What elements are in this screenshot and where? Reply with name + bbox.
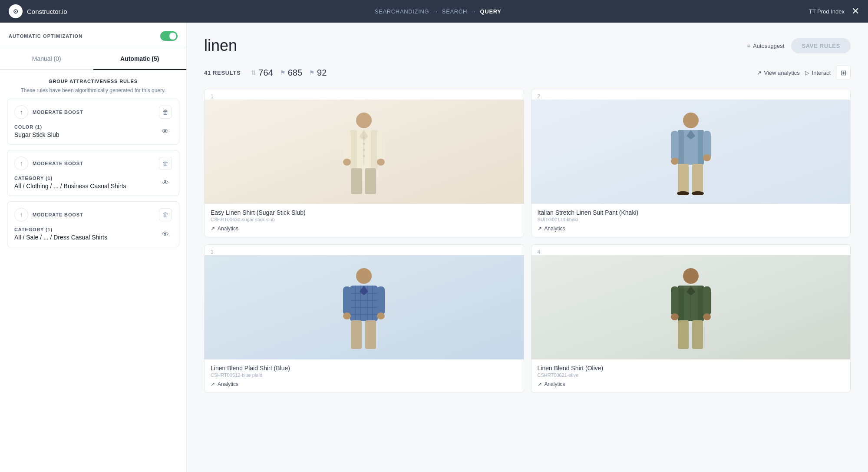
svg-point-55 — [703, 313, 711, 320]
product-sku-2: SUITG00174-khaki — [538, 217, 845, 222]
close-button[interactable]: ✕ — [851, 6, 859, 17]
results-bar: 41 RESULTS ⇅ 764 ⚑ 685 ⚑ 92 ↗ View a — [204, 65, 851, 80]
svg-point-16 — [683, 113, 699, 128]
svg-point-0 — [356, 113, 372, 128]
svg-rect-21 — [671, 131, 679, 160]
eye-button-3[interactable]: 👁 — [159, 228, 172, 241]
grid-view-button[interactable]: ⊞ — [836, 65, 851, 80]
product-num-1: 1 — [205, 89, 524, 100]
product-image-placeholder-4 — [531, 255, 851, 359]
rule-card-1-header: ↑ MODERATE BOOST 🗑 — [14, 105, 172, 119]
product-info-4: Linen Blend Shirt (Olive) CSHRT00621-oli… — [531, 359, 851, 392]
svg-rect-53 — [703, 286, 711, 316]
autosuggest-label: Autosuggest — [753, 43, 784, 49]
view-analytics-button[interactable]: ↗ View analytics — [757, 70, 800, 76]
delete-rule-3-button[interactable]: 🗑 — [159, 208, 172, 221]
svg-rect-25 — [678, 164, 689, 193]
rule-card-2: ↑ MODERATE BOOST 🗑 CATEGORY (1) All / Cl… — [7, 150, 179, 196]
svg-rect-52 — [671, 286, 679, 316]
rule-value-3: All / Sale / ... / Dress Casual Shirts — [14, 234, 107, 241]
product-analytics-button-2[interactable]: ↗ Analytics — [538, 226, 565, 232]
stat-orders: ⚑ 92 — [309, 68, 327, 78]
product-num-3: 3 — [205, 245, 524, 255]
save-rules-button[interactable]: SAVE RULES — [791, 38, 851, 53]
product-sku-4: CSHRT00621-olive — [538, 372, 845, 378]
rule-tag-2: CATEGORY (1) — [14, 176, 126, 181]
group-section-title: GROUP ATTRACTIVENESS RULES — [9, 79, 178, 84]
tab-automatic[interactable]: Automatic (5) — [93, 48, 187, 70]
product-name-4: Linen Blend Shirt (Olive) — [538, 365, 845, 372]
rule-value-2: All / Clothing / ... / Business Casual S… — [14, 183, 126, 189]
eye-button-1[interactable]: 👁 — [159, 125, 172, 138]
stat-impressions: ⇅ 764 — [251, 68, 273, 78]
product-name-3: Linen Blend Plaid Shirt (Blue) — [211, 365, 518, 372]
impressions-value: 764 — [258, 68, 273, 78]
svg-point-10 — [377, 159, 385, 166]
product-card-3: 3 — [204, 244, 524, 393]
boost-label-3: MODERATE BOOST — [33, 212, 83, 217]
boost-icon-1: ↑ — [14, 105, 28, 119]
svg-rect-2 — [350, 130, 357, 169]
analytics-icon-4: ↗ — [538, 381, 542, 387]
product-analytics-button-3[interactable]: ↗ Analytics — [211, 381, 238, 387]
product-analytics-button-1[interactable]: ↗ Analytics — [211, 226, 238, 232]
main-content: linen ≡ Autosuggest SAVE RULES 41 RESULT… — [187, 23, 868, 472]
delete-rule-1-button[interactable]: 🗑 — [159, 106, 172, 119]
rule-card-2-body: CATEGORY (1) All / Clothing / ... / Busi… — [14, 176, 172, 189]
svg-rect-19 — [698, 130, 704, 165]
rule-value-1: Sugar Stick Slub — [14, 131, 59, 138]
svg-point-14 — [363, 149, 365, 151]
index-label: TT Prod Index — [809, 8, 845, 15]
group-section-desc: These rules have been algorithmically ge… — [9, 86, 178, 94]
product-info-2: Italian Stretch Linen Suit Pant (Khaki) … — [531, 204, 851, 237]
svg-rect-6 — [377, 131, 385, 161]
clicks-value: 685 — [288, 68, 302, 78]
svg-rect-5 — [343, 131, 351, 161]
rule-card-3: ↑ MODERATE BOOST 🗑 CATEGORY (1) All / Sa… — [7, 201, 179, 247]
delete-rule-2-button[interactable]: 🗑 — [159, 157, 172, 170]
sidebar-tabs: Manual (0) Automatic (5) — [0, 48, 186, 70]
brand-area: ⊙ Constructor.io — [9, 4, 67, 18]
analytics-label-2: Analytics — [545, 226, 565, 232]
analytics-label-4: Analytics — [545, 381, 565, 387]
rule-card-1-left: ↑ MODERATE BOOST — [14, 105, 83, 119]
interact-button[interactable]: ▷ Interact — [805, 70, 831, 76]
rule-card-2-info: CATEGORY (1) All / Clothing / ... / Busi… — [14, 176, 126, 189]
orders-value: 92 — [317, 68, 327, 78]
svg-rect-18 — [678, 130, 684, 165]
product-name-1: Easy Linen Shirt (Sugar Stick Slub) — [211, 209, 518, 216]
auto-opt-toggle[interactable] — [160, 31, 178, 41]
rule-card-1-info: COLOR (1) Sugar Stick Slub — [14, 124, 59, 138]
rule-card-3-left: ↑ MODERATE BOOST — [14, 208, 83, 222]
product-image-4 — [531, 255, 851, 359]
impressions-icon: ⇅ — [251, 69, 256, 76]
orders-icon: ⚑ — [309, 69, 315, 76]
grid-icon: ⊞ — [841, 69, 846, 77]
results-stats: ⇅ 764 ⚑ 685 ⚑ 92 — [251, 68, 327, 78]
product-image-1 — [205, 100, 524, 204]
eye-button-2[interactable]: 👁 — [159, 176, 172, 189]
product-analytics-button-4[interactable]: ↗ Analytics — [538, 381, 565, 387]
rule-card-2-header: ↑ MODERATE BOOST 🗑 — [14, 156, 172, 170]
analytics-icon-2: ↗ — [538, 226, 542, 232]
autosuggest-button[interactable]: ≡ Autosuggest — [747, 43, 785, 49]
svg-point-29 — [356, 268, 372, 284]
logo: ⊙ — [9, 4, 23, 18]
product-image-3 — [205, 255, 524, 359]
svg-point-42 — [343, 312, 351, 319]
product-info-1: Easy Linen Shirt (Sugar Stick Slub) CSHR… — [205, 204, 524, 237]
autosuggest-icon: ≡ — [747, 43, 751, 49]
arrow-icon-2: → — [471, 8, 477, 15]
svg-point-24 — [703, 154, 711, 161]
group-attractiveness-section: GROUP ATTRACTIVENESS RULES These rules h… — [0, 70, 186, 99]
tab-manual[interactable]: Manual (0) — [0, 48, 93, 70]
product-grid: 1 — [204, 89, 851, 393]
product-image-placeholder-1 — [205, 100, 524, 204]
product-sku-1: CSHRT00630-sugar stick slub — [211, 217, 518, 222]
interact-label: Interact — [812, 70, 831, 76]
svg-rect-49 — [698, 286, 704, 321]
svg-rect-40 — [343, 286, 351, 315]
svg-rect-56 — [678, 320, 689, 349]
svg-rect-26 — [692, 164, 703, 193]
product-card-1: 1 — [204, 89, 524, 237]
